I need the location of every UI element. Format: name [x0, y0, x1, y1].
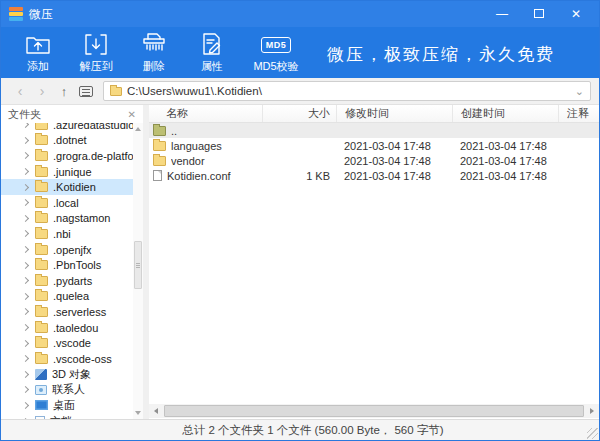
- chevron-down-icon[interactable]: ⌄: [575, 85, 584, 98]
- tree-item[interactable]: .junique: [1, 164, 133, 180]
- tree-item[interactable]: 联系人: [1, 382, 133, 398]
- tree-item[interactable]: .vscode-oss: [1, 351, 133, 367]
- folder-icon: [35, 245, 48, 255]
- scroll-up-icon[interactable]: [135, 127, 141, 131]
- column-header-created[interactable]: 创建时间: [452, 105, 558, 122]
- tree-item-label: .PbnTools: [53, 259, 101, 271]
- close-button[interactable]: ✕: [569, 1, 583, 27]
- column-header-name[interactable]: 名称: [149, 105, 262, 122]
- current-path: C:\Users\wuwu1\.Kotidien\: [127, 85, 570, 97]
- tree-item[interactable]: .serverless: [1, 304, 133, 320]
- folder-icon: [35, 213, 48, 223]
- panel-close-icon[interactable]: ✕: [128, 109, 136, 120]
- file-row[interactable]: ..: [149, 123, 599, 138]
- file-size: 1 KB: [262, 170, 336, 182]
- tree-item[interactable]: .Kotidien: [1, 179, 133, 195]
- tree-item[interactable]: 3D 对象: [1, 367, 133, 383]
- expander-icon[interactable]: [22, 215, 29, 222]
- forward-button[interactable]: ›: [31, 81, 53, 101]
- tree-item[interactable]: .dotnet: [1, 133, 133, 149]
- horizontal-scrollbar[interactable]: [149, 404, 599, 418]
- column-header-comment[interactable]: 注释: [558, 105, 599, 122]
- tree-item[interactable]: .azuredatastudio: [1, 123, 133, 133]
- column-header-modified[interactable]: 修改时间: [336, 105, 452, 122]
- expander-icon[interactable]: [22, 184, 29, 191]
- expander-icon[interactable]: [22, 340, 29, 347]
- tree-item[interactable]: .nagstamon: [1, 211, 133, 227]
- scroll-down-icon[interactable]: [135, 411, 141, 415]
- expander-icon[interactable]: [22, 355, 29, 362]
- window-controls: — ✕: [495, 1, 583, 27]
- back-button[interactable]: ‹: [9, 81, 31, 101]
- scroll-left-icon[interactable]: [149, 404, 163, 418]
- up-arrow-icon: ↑: [61, 84, 68, 99]
- tree-item[interactable]: .local: [1, 195, 133, 211]
- file-name: ..: [171, 125, 177, 137]
- expander-icon[interactable]: [22, 402, 29, 409]
- tree-item-label: .taoledou: [53, 322, 98, 334]
- scrollbar-thumb[interactable]: [134, 241, 142, 289]
- minimize-button[interactable]: —: [495, 1, 509, 27]
- path-field[interactable]: C:\Users\wuwu1\.Kotidien\ ⌄: [103, 81, 591, 101]
- expander-icon[interactable]: [22, 137, 29, 144]
- md5-check-button[interactable]: MD5 MD5校验: [241, 30, 311, 73]
- tree-item[interactable]: 桌面: [1, 398, 133, 414]
- properties-icon: [197, 30, 227, 59]
- column-header-size[interactable]: 大小: [262, 105, 336, 122]
- status-text: 总计 2 个文件夹 1 个文件 (560.00 Byte， 560 字节): [182, 423, 443, 438]
- properties-button[interactable]: 属性: [183, 30, 241, 73]
- tree-item[interactable]: .PbnTools: [1, 257, 133, 273]
- tree-item[interactable]: .quelea: [1, 289, 133, 305]
- up-button[interactable]: ↑: [53, 81, 75, 101]
- folder-tree-list: .azuredatastudio .dotnet .grogra.de-plat…: [1, 123, 133, 419]
- tree-item[interactable]: .vscode: [1, 335, 133, 351]
- scroll-right-icon[interactable]: [585, 404, 599, 418]
- tree-item[interactable]: .pydarts: [1, 273, 133, 289]
- file-created: 2021-03-04 17:48: [452, 170, 558, 182]
- file-row[interactable]: languages 2021-03-04 17:48 2021-03-04 17…: [149, 138, 599, 153]
- tree-item-label: .grogra.de-platfo: [53, 150, 133, 162]
- extract-to-button[interactable]: 解压到: [67, 30, 125, 73]
- extract-to-button-label: 解压到: [80, 59, 113, 73]
- tree-item[interactable]: .openjfx: [1, 242, 133, 258]
- tree-item-label: .openjfx: [53, 244, 92, 256]
- list-view-button[interactable]: [75, 81, 97, 101]
- expander-icon[interactable]: [22, 277, 29, 284]
- folder-icon: [153, 141, 166, 151]
- file-row[interactable]: vendor 2021-03-04 17:48 2021-03-04 17:48: [149, 153, 599, 168]
- expander-icon[interactable]: [22, 386, 29, 393]
- properties-button-label: 属性: [201, 59, 223, 73]
- expander-icon[interactable]: [22, 308, 29, 315]
- list-view-icon: [79, 86, 93, 97]
- expander-icon[interactable]: [22, 293, 29, 300]
- file-icon: [153, 170, 162, 181]
- tree-item-label: .junique: [53, 166, 92, 178]
- delete-button[interactable]: 删除: [125, 30, 183, 73]
- expander-icon[interactable]: [22, 152, 29, 159]
- expander-icon[interactable]: [22, 123, 29, 128]
- hscrollbar-thumb[interactable]: [164, 405, 584, 417]
- tree-item[interactable]: .grogra.de-platfo: [1, 148, 133, 164]
- file-name: vendor: [171, 155, 205, 167]
- expander-icon[interactable]: [22, 324, 29, 331]
- folder-icon: [35, 123, 48, 130]
- expander-icon[interactable]: [22, 199, 29, 206]
- expander-icon[interactable]: [22, 246, 29, 253]
- file-row[interactable]: Kotidien.conf 1 KB 2021-03-04 17:48 2021…: [149, 168, 599, 183]
- expander-icon[interactable]: [22, 168, 29, 175]
- expander-icon[interactable]: [22, 262, 29, 269]
- tree-item[interactable]: .nbi: [1, 226, 133, 242]
- folder-icon: [35, 338, 48, 348]
- file-modified: 2021-03-04 17:48: [336, 140, 452, 152]
- tree-item[interactable]: .taoledou: [1, 320, 133, 336]
- window-title: 微压: [29, 6, 53, 23]
- expander-icon[interactable]: [22, 230, 29, 237]
- expander-icon[interactable]: [22, 371, 29, 378]
- file-modified: 2021-03-04 17:48: [336, 155, 452, 167]
- sidebar-scrollbar[interactable]: [133, 123, 143, 419]
- folder-icon: [35, 151, 48, 161]
- maximize-button[interactable]: [532, 1, 546, 27]
- delete-button-label: 删除: [143, 59, 165, 73]
- resize-grip[interactable]: [587, 428, 598, 439]
- add-button[interactable]: 添加: [9, 30, 67, 73]
